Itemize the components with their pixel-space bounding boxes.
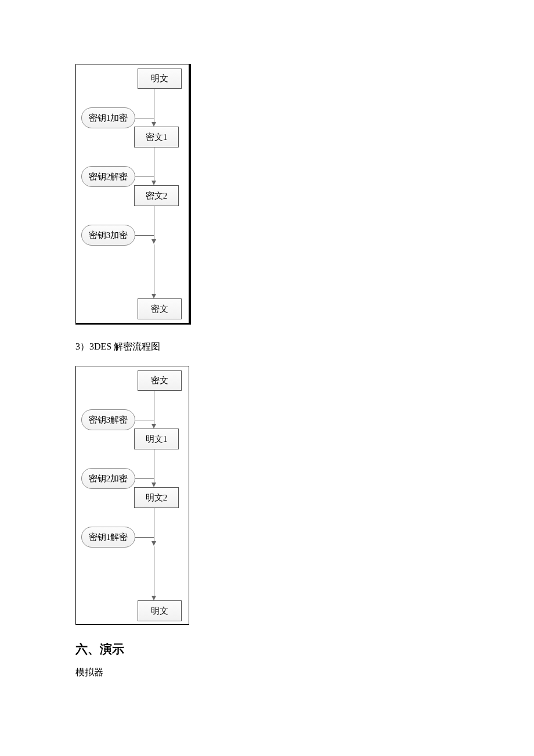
arrow-line [154, 244, 154, 294]
node-label: 明文1 [146, 434, 168, 445]
connector-line [135, 118, 154, 118]
arrow-line [154, 391, 154, 424]
key2-decrypt-node: 密钥2解密 [81, 166, 135, 187]
node-label: 密钥3解密 [89, 415, 128, 426]
node-label: 密钥3加密 [89, 230, 128, 241]
node-plain2: 明文2 [134, 487, 179, 508]
body-paragraph: 模拟器 [75, 667, 459, 679]
key1-encrypt-node: 密钥1加密 [81, 107, 135, 128]
arrow-line [154, 89, 154, 122]
arrow-line [154, 449, 154, 483]
key1-decrypt-node: 密钥1解密 [81, 527, 135, 548]
node-label: 密钥2加密 [89, 473, 128, 484]
connector-line [135, 537, 154, 538]
key3-encrypt-node: 密钥3加密 [81, 225, 135, 246]
arrow-line [154, 508, 154, 541]
connector-line [135, 478, 154, 479]
node-label: 密钥1加密 [89, 113, 128, 124]
arrow-line [154, 206, 154, 239]
node-label: 密文 [151, 304, 168, 315]
arrow-head-icon [151, 424, 156, 429]
arrow-head-icon [151, 122, 156, 127]
node-label: 明文 [151, 606, 168, 617]
node-label: 密文2 [146, 190, 168, 201]
caption-text: 3）3DES 解密流程图 [75, 341, 160, 351]
arrow-head-icon [151, 294, 156, 298]
section-heading: 六、演示 [75, 641, 459, 657]
arrow-line [154, 147, 154, 181]
encryption-flowchart: 明文 密钥1加密 密文1 密钥2解密 密文2 密钥3加密 [75, 64, 191, 325]
node-label: 密文 [151, 375, 168, 386]
node-label: 明文 [151, 73, 168, 84]
node-ciphertext: 密文 [138, 298, 182, 319]
node-ciphertext-top: 密文 [138, 370, 182, 391]
decryption-flowchart: 密文 密钥3解密 明文1 密钥2加密 明文2 密钥1解密 [75, 366, 189, 625]
decryption-caption: 3）3DES 解密流程图 [75, 341, 459, 353]
node-plaintext: 明文 [138, 69, 182, 89]
key3-decrypt-node: 密钥3解密 [81, 409, 135, 430]
arrow-head-icon [151, 541, 156, 546]
connector-line [135, 235, 154, 236]
connector-line [135, 177, 154, 177]
heading-text: 六、演示 [75, 642, 124, 656]
node-label: 密钥2解密 [89, 171, 128, 182]
node-cipher1: 密文1 [134, 127, 179, 147]
arrow-head-icon [151, 596, 156, 600]
node-label: 密文1 [146, 132, 168, 143]
arrow-line [154, 546, 154, 596]
node-label: 明文2 [146, 492, 168, 503]
node-plaintext-bottom: 明文 [138, 600, 182, 621]
node-plain1: 明文1 [134, 429, 179, 449]
body-text-content: 模拟器 [75, 667, 103, 677]
connector-line [135, 420, 154, 420]
document-page: 明文 密钥1加密 密文1 密钥2解密 密文2 密钥3加密 [0, 0, 534, 714]
arrow-head-icon [151, 483, 156, 487]
node-label: 密钥1解密 [89, 532, 128, 543]
arrow-head-icon [151, 181, 156, 185]
key2-encrypt-node: 密钥2加密 [81, 468, 135, 489]
node-cipher2: 密文2 [134, 185, 179, 206]
arrow-head-icon [151, 239, 156, 244]
